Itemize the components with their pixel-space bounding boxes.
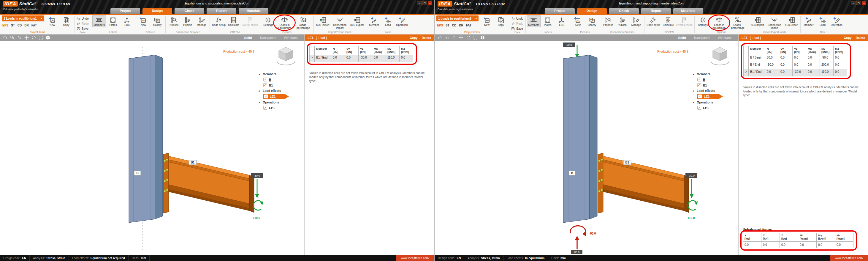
tree-operations-header[interactable]: ◢ Operations xyxy=(692,100,734,104)
close-button[interactable]: × xyxy=(862,1,866,5)
copy-item-button[interactable]: Copy xyxy=(494,16,507,27)
tree-item-ep1[interactable]: ✓ EP1 xyxy=(263,106,300,110)
view-mode-solid[interactable]: Solid xyxy=(244,36,252,39)
tab-project[interactable]: Project xyxy=(545,8,575,14)
new-member-button[interactable]: Member xyxy=(802,16,815,27)
expander-icon[interactable]: ◢ xyxy=(258,73,261,75)
loads-percentage-button[interactable]: Loads - percentage xyxy=(294,16,312,30)
new-operation-button[interactable]: Operation xyxy=(395,16,409,27)
checkbox-checked-icon[interactable]: ✓ xyxy=(263,106,267,110)
orbit-icon[interactable] xyxy=(466,35,470,40)
mode-cd[interactable]: CD xyxy=(452,24,456,27)
copy-load-button[interactable]: Copy xyxy=(844,36,851,39)
settings-button[interactable]: Settings xyxy=(696,16,710,27)
website-link[interactable]: www.ideastatica.com xyxy=(830,255,868,261)
mode-cd[interactable]: CD xyxy=(18,24,22,27)
tab-report[interactable]: Report xyxy=(207,8,236,14)
redo-button[interactable]: Redo xyxy=(76,21,90,26)
mode-st[interactable]: ST xyxy=(445,24,450,27)
save-button[interactable]: Save xyxy=(76,26,90,31)
home-view-icon[interactable] xyxy=(3,35,7,40)
zoom-icon[interactable] xyxy=(17,35,22,40)
labels-lcs-button[interactable]: LCS xyxy=(555,16,568,27)
load-case-dropdown[interactable]: 1 Loads in equilibrium1 ▾ xyxy=(2,16,44,21)
tree-item-b[interactable]: ✓ B xyxy=(697,78,734,82)
new-member-button[interactable]: Member xyxy=(367,16,381,27)
view-mode-wireframe[interactable]: Wireframe xyxy=(284,36,298,39)
navigation-cube[interactable] xyxy=(709,45,731,67)
picture-gallery-button[interactable]: Gallery xyxy=(151,16,164,27)
new-operation-button[interactable]: Operation xyxy=(830,16,843,27)
manage-button[interactable]: Manage xyxy=(195,16,208,27)
viewport-3d[interactable]: B B1 -30.0 xyxy=(435,41,738,255)
new-load-button[interactable]: Load xyxy=(816,16,829,27)
expander-icon[interactable]: ◢ xyxy=(692,89,695,92)
xls-import-button[interactable]: XLS Import xyxy=(749,16,765,27)
expander-icon[interactable]: ◢ xyxy=(692,73,695,75)
tab-design[interactable]: Design xyxy=(143,8,172,14)
loads-in-equilibrium-button[interactable]: Loads in equilibrium xyxy=(275,16,293,30)
beam-member[interactable] xyxy=(598,153,689,213)
zoom-window-icon[interactable] xyxy=(445,35,449,40)
undo-button[interactable]: Undo xyxy=(510,16,524,21)
tree-operations-header[interactable]: ◢ Operations xyxy=(258,100,300,104)
website-link[interactable]: www.ideastatica.com xyxy=(396,255,434,261)
labels-members-button[interactable]: Members xyxy=(92,16,106,27)
mode-fat[interactable]: FAT xyxy=(31,24,37,27)
expander-icon[interactable]: ◢ xyxy=(258,101,261,104)
redo-button[interactable]: Redo xyxy=(510,21,524,26)
tree-item-le1-selected[interactable]: ✓ LE1 xyxy=(263,94,289,99)
copy-item-button[interactable]: Copy xyxy=(59,16,73,27)
loads-in-equilibrium-button[interactable]: Loads in equilibrium xyxy=(710,16,728,30)
settings-button[interactable]: Settings xyxy=(261,16,275,27)
navigation-cube[interactable] xyxy=(275,45,297,67)
connection-import-button[interactable]: Connection Import xyxy=(765,16,784,30)
tab-check[interactable]: Check xyxy=(175,8,204,14)
tree-item-b1[interactable]: ✓ B1 xyxy=(697,83,734,87)
undo-button[interactable]: Undo xyxy=(76,16,90,21)
connection-import-button[interactable]: Connection Import xyxy=(331,16,349,30)
table-row[interactable]: > B / End-50.00.00.00.0200.00.0 xyxy=(744,62,847,69)
checkbox-checked-icon[interactable]: ✓ xyxy=(698,94,702,98)
propose-button[interactable]: Propose xyxy=(167,16,181,27)
picture-new-button[interactable]: New xyxy=(136,16,150,27)
zoom-icon[interactable] xyxy=(452,35,456,40)
view-mode-transparent[interactable]: Transparent xyxy=(259,36,276,39)
solid-view-icon[interactable] xyxy=(480,35,485,40)
view-mode-wireframe[interactable]: Wireframe xyxy=(718,36,732,39)
checkbox-checked-icon[interactable]: ✓ xyxy=(697,78,701,82)
beam-member[interactable] xyxy=(163,153,254,213)
close-button[interactable]: × xyxy=(428,1,432,5)
zoom-extents-icon[interactable] xyxy=(39,35,43,40)
copy-load-button[interactable]: Copy xyxy=(410,36,417,39)
load-case-dropdown[interactable]: 1 Loads in equilibrium1 ▾ xyxy=(436,16,478,21)
xls-export-button[interactable]: XLS Export xyxy=(784,16,799,27)
tab-project[interactable]: Project xyxy=(111,8,140,14)
overall-check-button[interactable]: Overall check xyxy=(675,16,693,27)
solid-view-icon[interactable] xyxy=(46,35,50,40)
calculate-button[interactable]: Calculate xyxy=(661,16,675,27)
manage-button[interactable]: Manage xyxy=(629,16,643,27)
new-item-button[interactable]: New xyxy=(480,16,494,27)
tree-item-le1-selected[interactable]: ✓ LE1 xyxy=(697,94,723,99)
view-mode-transparent[interactable]: Transparent xyxy=(693,36,710,39)
tree-load-effects-header[interactable]: ◢ Load effects xyxy=(692,89,734,92)
picture-gallery-button[interactable]: Gallery xyxy=(585,16,599,27)
labels-plates-button[interactable]: Plates xyxy=(541,16,555,27)
load-table[interactable]: Member N[kN] Vy[kN] Vz[kN] Mx[kNm] My[kN… xyxy=(743,46,847,77)
zoom-window-icon[interactable] xyxy=(10,35,14,40)
delete-load-button[interactable]: Delete xyxy=(422,36,431,39)
zoom-extents-icon[interactable] xyxy=(473,35,478,40)
mode-eps[interactable]: EPS xyxy=(2,24,8,27)
checkbox-checked-icon[interactable]: ✓ xyxy=(697,83,701,87)
propose-button[interactable]: Propose xyxy=(601,16,615,27)
tree-item-b1[interactable]: ✓ B1 xyxy=(263,83,300,87)
publish-button[interactable]: Publish xyxy=(615,16,629,27)
pan-icon[interactable] xyxy=(459,35,463,40)
code-setup-button[interactable]: Code setup xyxy=(646,16,661,27)
expander-icon[interactable]: ◢ xyxy=(692,101,695,104)
load-table[interactable]: Member N[kN] Vy[kN] Vz[kN] Mx[kNm] My[kN… xyxy=(309,46,413,62)
picture-new-button[interactable]: New xyxy=(571,16,585,27)
tree-item-ep1[interactable]: ✓ EP1 xyxy=(697,106,734,110)
column-member[interactable] xyxy=(129,55,163,223)
